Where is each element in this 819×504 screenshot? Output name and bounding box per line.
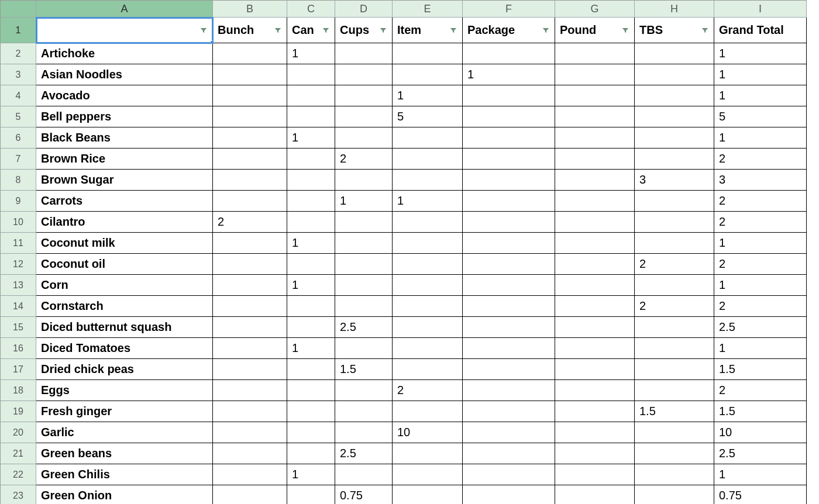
cell-G23[interactable] bbox=[555, 485, 635, 504]
cell-D14[interactable] bbox=[335, 296, 393, 317]
cell-H20[interactable] bbox=[635, 422, 714, 443]
cell-E12[interactable] bbox=[393, 254, 463, 275]
cell-D2[interactable] bbox=[335, 43, 393, 64]
cell-F11[interactable] bbox=[463, 233, 555, 254]
cell-C21[interactable] bbox=[287, 443, 335, 464]
cell-D5[interactable] bbox=[335, 106, 393, 127]
cell-F10[interactable] bbox=[463, 212, 555, 233]
cell-H18[interactable] bbox=[635, 380, 714, 401]
cell-A5[interactable]: Bell peppers bbox=[36, 106, 213, 127]
cell-B7[interactable] bbox=[213, 149, 287, 170]
row-header-3[interactable]: 3 bbox=[0, 64, 36, 85]
cell-E20[interactable]: 10 bbox=[393, 422, 463, 443]
cell-D9[interactable]: 1 bbox=[335, 191, 393, 212]
cell-G13[interactable] bbox=[555, 275, 635, 296]
cell-H7[interactable] bbox=[635, 149, 714, 170]
cell-D1[interactable]: Cups bbox=[335, 18, 393, 43]
cell-F22[interactable] bbox=[463, 464, 555, 485]
cell-F5[interactable] bbox=[463, 106, 555, 127]
cell-C5[interactable] bbox=[287, 106, 335, 127]
cell-D12[interactable] bbox=[335, 254, 393, 275]
cell-I3[interactable]: 1 bbox=[714, 64, 807, 85]
cell-A20[interactable]: Garlic bbox=[36, 422, 213, 443]
cell-G12[interactable] bbox=[555, 254, 635, 275]
cell-C4[interactable] bbox=[287, 85, 335, 106]
cell-D11[interactable] bbox=[335, 233, 393, 254]
cell-G7[interactable] bbox=[555, 149, 635, 170]
filter-icon[interactable] bbox=[448, 25, 459, 36]
cell-B10[interactable]: 2 bbox=[213, 212, 287, 233]
cell-C12[interactable] bbox=[287, 254, 335, 275]
cell-C1[interactable]: Can bbox=[287, 18, 335, 43]
row-header-1[interactable]: 1 bbox=[0, 18, 36, 43]
cell-B6[interactable] bbox=[213, 127, 287, 149]
cell-C6[interactable]: 1 bbox=[287, 127, 335, 149]
selection-handle[interactable] bbox=[210, 40, 213, 43]
cell-F6[interactable] bbox=[463, 127, 555, 149]
cell-B5[interactable] bbox=[213, 106, 287, 127]
cell-E5[interactable]: 5 bbox=[393, 106, 463, 127]
cell-B15[interactable] bbox=[213, 317, 287, 338]
cell-I22[interactable]: 1 bbox=[714, 464, 807, 485]
cell-A15[interactable]: Diced butternut squash bbox=[36, 317, 213, 338]
cell-E3[interactable] bbox=[393, 64, 463, 85]
cell-I21[interactable]: 2.5 bbox=[714, 443, 807, 464]
cell-B18[interactable] bbox=[213, 380, 287, 401]
cell-D18[interactable] bbox=[335, 380, 393, 401]
cell-I13[interactable]: 1 bbox=[714, 275, 807, 296]
row-header-23[interactable]: 23 bbox=[0, 485, 36, 504]
cell-H2[interactable] bbox=[635, 43, 714, 64]
column-header-H[interactable]: H bbox=[635, 0, 714, 18]
cell-F9[interactable] bbox=[463, 191, 555, 212]
cell-F2[interactable] bbox=[463, 43, 555, 64]
cell-A7[interactable]: Brown Rice bbox=[36, 149, 213, 170]
cell-A6[interactable]: Black Beans bbox=[36, 127, 213, 149]
cell-I10[interactable]: 2 bbox=[714, 212, 807, 233]
cell-D6[interactable] bbox=[335, 127, 393, 149]
cell-C2[interactable]: 1 bbox=[287, 43, 335, 64]
cell-E7[interactable] bbox=[393, 149, 463, 170]
row-header-15[interactable]: 15 bbox=[0, 317, 36, 338]
cell-F14[interactable] bbox=[463, 296, 555, 317]
cell-B11[interactable] bbox=[213, 233, 287, 254]
row-header-5[interactable]: 5 bbox=[0, 106, 36, 127]
cell-D3[interactable] bbox=[335, 64, 393, 85]
cell-E15[interactable] bbox=[393, 317, 463, 338]
cell-I20[interactable]: 10 bbox=[714, 422, 807, 443]
cell-I7[interactable]: 2 bbox=[714, 149, 807, 170]
cell-A4[interactable]: Avocado bbox=[36, 85, 213, 106]
row-header-22[interactable]: 22 bbox=[0, 464, 36, 485]
cell-F3[interactable]: 1 bbox=[463, 64, 555, 85]
cell-F13[interactable] bbox=[463, 275, 555, 296]
cell-E8[interactable] bbox=[393, 170, 463, 191]
column-header-G[interactable]: G bbox=[555, 0, 635, 18]
row-header-6[interactable]: 6 bbox=[0, 127, 36, 149]
cell-A2[interactable]: Artichoke bbox=[36, 43, 213, 64]
cell-B3[interactable] bbox=[213, 64, 287, 85]
cell-H9[interactable] bbox=[635, 191, 714, 212]
cell-I6[interactable]: 1 bbox=[714, 127, 807, 149]
cell-D21[interactable]: 2.5 bbox=[335, 443, 393, 464]
cell-H5[interactable] bbox=[635, 106, 714, 127]
cell-G15[interactable] bbox=[555, 317, 635, 338]
cell-G11[interactable] bbox=[555, 233, 635, 254]
row-header-2[interactable]: 2 bbox=[0, 43, 36, 64]
cell-E23[interactable] bbox=[393, 485, 463, 504]
column-header-I[interactable]: I bbox=[714, 0, 807, 18]
cell-D19[interactable] bbox=[335, 401, 393, 422]
cell-F18[interactable] bbox=[463, 380, 555, 401]
cell-D20[interactable] bbox=[335, 422, 393, 443]
cell-E19[interactable] bbox=[393, 401, 463, 422]
cell-E2[interactable] bbox=[393, 43, 463, 64]
cell-A3[interactable]: Asian Noodles bbox=[36, 64, 213, 85]
cell-F21[interactable] bbox=[463, 443, 555, 464]
column-header-A[interactable]: A bbox=[36, 0, 213, 18]
cell-H4[interactable] bbox=[635, 85, 714, 106]
cell-H19[interactable]: 1.5 bbox=[635, 401, 714, 422]
cell-I19[interactable]: 1.5 bbox=[714, 401, 807, 422]
cell-B4[interactable] bbox=[213, 85, 287, 106]
filter-icon[interactable] bbox=[620, 25, 631, 36]
cell-I15[interactable]: 2.5 bbox=[714, 317, 807, 338]
row-header-20[interactable]: 20 bbox=[0, 422, 36, 443]
cell-G14[interactable] bbox=[555, 296, 635, 317]
